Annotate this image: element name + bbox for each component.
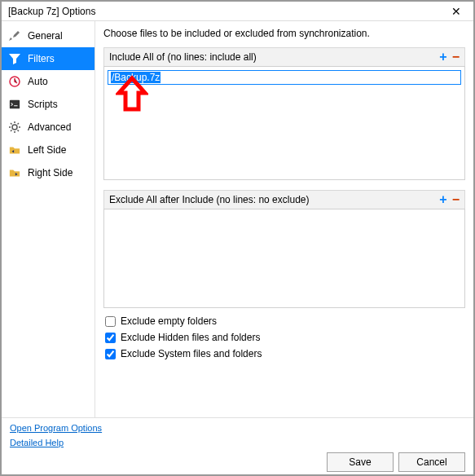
close-icon[interactable]: ✕ bbox=[444, 5, 468, 18]
checkbox-system[interactable] bbox=[105, 349, 116, 359]
sidebar-item-scripts[interactable]: Scripts bbox=[2, 93, 95, 116]
window-title: [Backup 7z] Options bbox=[8, 6, 95, 17]
checkbox-hidden[interactable] bbox=[105, 333, 116, 343]
sidebar-item-label: Left Side bbox=[28, 144, 66, 156]
include-remove-icon[interactable]: − bbox=[452, 51, 460, 64]
checkbox-label: Exclude Hidden files and folders bbox=[121, 332, 260, 343]
content-panel: Choose files to be included or excluded … bbox=[95, 21, 473, 417]
sidebar-item-right-side[interactable]: Right Side bbox=[2, 161, 95, 184]
svg-line-8 bbox=[18, 130, 20, 132]
cancel-button[interactable]: Cancel bbox=[398, 452, 465, 472]
save-button[interactable]: Save bbox=[327, 452, 394, 472]
footer-buttons: Save Cancel bbox=[10, 452, 465, 472]
include-add-icon[interactable]: + bbox=[439, 51, 446, 64]
gear-icon bbox=[8, 121, 21, 134]
sidebar-item-left-side[interactable]: Left Side bbox=[2, 139, 95, 161]
exclude-header: Exclude All after Include (no lines: no … bbox=[103, 190, 465, 209]
include-entry-input[interactable]: /Backup.7z bbox=[108, 70, 461, 85]
sidebar-item-auto[interactable]: Auto bbox=[2, 70, 95, 93]
footer: Open Program Options Detailed Help Save … bbox=[2, 417, 473, 474]
folder-right-icon bbox=[8, 166, 21, 179]
include-entry-value: /Backup.7z bbox=[111, 72, 161, 83]
sidebar-item-label: General bbox=[28, 30, 63, 42]
sidebar-item-general[interactable]: General bbox=[2, 24, 95, 47]
svg-point-2 bbox=[12, 125, 17, 130]
checkbox-empty[interactable] bbox=[105, 316, 116, 327]
include-header: Include All of (no lines: include all) +… bbox=[103, 47, 465, 66]
include-controls: + − bbox=[439, 51, 460, 64]
terminal-icon bbox=[8, 98, 21, 111]
checkbox-label: Exclude empty folders bbox=[121, 315, 217, 327]
sidebar-item-label: Auto bbox=[28, 76, 48, 87]
description-text: Choose files to be included or excluded … bbox=[103, 28, 465, 39]
exclude-listbox[interactable] bbox=[103, 209, 465, 308]
folder-left-icon bbox=[8, 143, 21, 156]
svg-line-10 bbox=[18, 123, 20, 125]
funnel-icon bbox=[8, 52, 21, 65]
sidebar-item-label: Right Side bbox=[28, 167, 73, 178]
check-exclude-system[interactable]: Exclude System files and folders bbox=[105, 346, 464, 362]
exclude-header-label: Exclude All after Include (no lines: no … bbox=[109, 194, 309, 205]
svg-line-9 bbox=[11, 130, 12, 132]
exclude-add-icon[interactable]: + bbox=[439, 193, 446, 206]
svg-rect-1 bbox=[10, 100, 20, 109]
clock-icon bbox=[8, 75, 21, 88]
sidebar-item-label: Filters bbox=[28, 53, 55, 64]
footer-links: Open Program Options Detailed Help bbox=[10, 423, 465, 452]
sidebar-item-filters[interactable]: Filters bbox=[2, 47, 95, 70]
titlebar: [Backup 7z] Options ✕ bbox=[2, 2, 473, 21]
wrench-icon bbox=[8, 29, 21, 42]
sidebar-item-label: Advanced bbox=[28, 121, 71, 133]
checkbox-group: Exclude empty folders Exclude Hidden fil… bbox=[103, 308, 465, 362]
sidebar: General Filters Auto Scripts Advanced bbox=[2, 21, 95, 417]
detailed-help-link[interactable]: Detailed Help bbox=[10, 438, 465, 447]
main-area: General Filters Auto Scripts Advanced bbox=[2, 21, 473, 417]
check-exclude-hidden[interactable]: Exclude Hidden files and folders bbox=[105, 329, 464, 346]
include-listbox[interactable]: /Backup.7z bbox=[103, 66, 465, 180]
exclude-controls: + − bbox=[439, 193, 460, 206]
sidebar-item-advanced[interactable]: Advanced bbox=[2, 116, 95, 139]
sidebar-item-label: Scripts bbox=[28, 99, 58, 110]
open-program-options-link[interactable]: Open Program Options bbox=[10, 423, 465, 433]
svg-line-7 bbox=[11, 123, 12, 125]
include-header-label: Include All of (no lines: include all) bbox=[109, 51, 257, 63]
check-exclude-empty[interactable]: Exclude empty folders bbox=[105, 313, 464, 329]
exclude-remove-icon[interactable]: − bbox=[452, 193, 460, 206]
checkbox-label: Exclude System files and folders bbox=[121, 348, 262, 359]
